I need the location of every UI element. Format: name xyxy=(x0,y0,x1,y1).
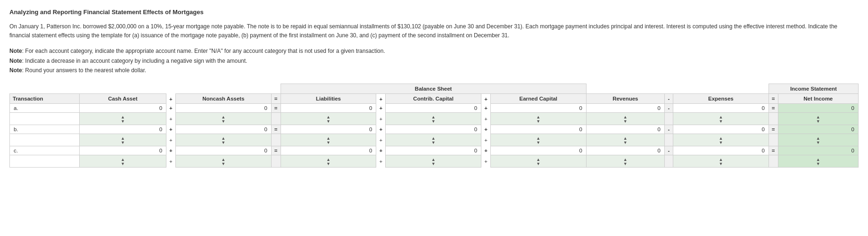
earned-capital-value[interactable]: 0 xyxy=(490,125,586,134)
revenues-value[interactable]: 0 xyxy=(586,146,664,155)
liabilities-spinner[interactable]: ▲ ▼ xyxy=(326,158,331,166)
cash-asset-value[interactable]: 0 xyxy=(79,125,166,134)
liabilities-spinner-cell[interactable]: ▲ ▼ xyxy=(281,113,376,125)
cash-asset-spinner-cell[interactable]: ▲ ▼ xyxy=(79,155,166,168)
contrib-capital-value[interactable]: 0 xyxy=(386,104,481,113)
contrib-capital-value[interactable]: 0 xyxy=(386,146,481,155)
expenses-spinner[interactable]: ▲ ▼ xyxy=(719,115,723,124)
table-row: ▲ ▼ + ▲ ▼ ▲ ▼ + ▲ ▼ + ▲ ▼ ▲ ▼ ▲ ▼ ▲ xyxy=(10,113,859,125)
noncash-assets-spinner-cell[interactable]: ▲ ▼ xyxy=(175,155,271,168)
plus2-op: + xyxy=(376,125,386,134)
contrib-capital-spinner[interactable]: ▲ ▼ xyxy=(431,136,436,145)
earned-capital-spinner-cell[interactable]: ▲ ▼ xyxy=(490,155,586,168)
liabilities-value[interactable]: 0 xyxy=(281,125,376,134)
earned-capital-spinner[interactable]: ▲ ▼ xyxy=(536,136,540,145)
contrib-capital-spinner[interactable]: ▲ ▼ xyxy=(431,115,436,124)
revenues-value[interactable]: 0 xyxy=(586,104,664,113)
revenues-spinner-cell[interactable]: ▲ ▼ xyxy=(586,134,664,146)
plus1-op: + xyxy=(166,146,176,155)
earned-capital-spinner[interactable]: ▲ ▼ xyxy=(536,158,540,166)
eq2-cell xyxy=(769,113,778,125)
col-transaction: Transaction xyxy=(10,94,80,104)
expenses-spinner-cell[interactable]: ▲ ▼ xyxy=(673,134,769,146)
noncash-assets-value[interactable]: 0 xyxy=(175,146,271,155)
contrib-capital-spinner-cell[interactable]: ▲ ▼ xyxy=(386,134,481,146)
expenses-spinner-cell[interactable]: ▲ ▼ xyxy=(673,155,769,168)
net-income-value[interactable]: 0 xyxy=(778,146,858,155)
revenues-spinner-cell[interactable]: ▲ ▼ xyxy=(586,155,664,168)
cash-asset-spinner[interactable]: ▲ ▼ xyxy=(121,136,125,145)
liabilities-value[interactable]: 0 xyxy=(281,146,376,155)
page-title: Analyzing and Reporting Financial Statem… xyxy=(9,8,859,16)
noncash-assets-value[interactable]: 0 xyxy=(175,104,271,113)
eq2-cell xyxy=(769,134,778,146)
income-statement-header: Income Statement xyxy=(769,84,858,94)
net-income-spinner-cell[interactable]: ▲ ▼ xyxy=(778,113,858,125)
net-income-spinner-cell[interactable]: ▲ ▼ xyxy=(778,155,858,168)
operator-cell: + xyxy=(376,155,386,168)
contrib-capital-spinner-cell[interactable]: ▲ ▼ xyxy=(386,155,481,168)
row-label-cell xyxy=(10,113,80,125)
transaction-label[interactable]: b. xyxy=(10,125,80,134)
earned-capital-value[interactable]: 0 xyxy=(490,146,586,155)
expenses-value[interactable]: 0 xyxy=(673,104,769,113)
cash-asset-value[interactable]: 0 xyxy=(79,104,166,113)
liabilities-spinner-cell[interactable]: ▲ ▼ xyxy=(281,134,376,146)
contrib-capital-spinner-cell[interactable]: ▲ ▼ xyxy=(386,113,481,125)
row-label-cell xyxy=(10,155,80,168)
net-income-spinner-cell[interactable]: ▲ ▼ xyxy=(778,134,858,146)
contrib-capital-value[interactable]: 0 xyxy=(386,125,481,134)
noncash-assets-value[interactable]: 0 xyxy=(175,125,271,134)
net-income-value[interactable]: 0 xyxy=(778,104,858,113)
liabilities-spinner[interactable]: ▲ ▼ xyxy=(326,136,331,145)
cash-asset-spinner[interactable]: ▲ ▼ xyxy=(121,158,125,166)
cash-asset-spinner-cell[interactable]: ▲ ▼ xyxy=(79,134,166,146)
noncash-assets-spinner-cell[interactable]: ▲ ▼ xyxy=(175,134,271,146)
earned-capital-spinner-cell[interactable]: ▲ ▼ xyxy=(490,134,586,146)
cash-asset-spinner[interactable]: ▲ ▼ xyxy=(121,115,125,124)
revenues-spinner[interactable]: ▲ ▼ xyxy=(623,115,628,124)
liabilities-value[interactable]: 0 xyxy=(281,104,376,113)
table-row: b.0+0=0+0+00-0=0 xyxy=(10,125,859,134)
liabilities-spinner[interactable]: ▲ ▼ xyxy=(326,115,331,124)
cash-asset-spinner-cell[interactable]: ▲ ▼ xyxy=(79,113,166,125)
col-contrib-capital: Contrib. Capital xyxy=(386,94,481,104)
earned-capital-spinner-cell[interactable]: ▲ ▼ xyxy=(490,113,586,125)
col-plus2: + xyxy=(376,94,386,104)
revenues-spinner-cell[interactable]: ▲ ▼ xyxy=(586,113,664,125)
net-income-spinner[interactable]: ▲ ▼ xyxy=(816,115,820,124)
eq1-cell xyxy=(271,134,281,146)
plus2-op: + xyxy=(376,104,386,113)
noncash-assets-spinner[interactable]: ▲ ▼ xyxy=(221,136,225,145)
eq1-cell xyxy=(271,113,281,125)
liabilities-spinner-cell[interactable]: ▲ ▼ xyxy=(281,155,376,168)
financial-effects-table: Balance Sheet Income Statement Transacti… xyxy=(9,84,859,168)
operator-cell: + xyxy=(481,113,491,125)
minus-op: - xyxy=(664,146,673,155)
cash-asset-value[interactable]: 0 xyxy=(79,146,166,155)
net-income-spinner[interactable]: ▲ ▼ xyxy=(816,136,820,145)
plus1-op: + xyxy=(166,104,176,113)
noncash-assets-spinner[interactable]: ▲ ▼ xyxy=(221,115,225,124)
transaction-label[interactable]: a. xyxy=(10,104,80,113)
revenues-value[interactable]: 0 xyxy=(586,125,664,134)
revenues-spinner[interactable]: ▲ ▼ xyxy=(623,136,628,145)
operator-cell: + xyxy=(376,113,386,125)
expenses-spinner[interactable]: ▲ ▼ xyxy=(719,136,723,145)
transaction-label[interactable]: c. xyxy=(10,146,80,155)
expenses-value[interactable]: 0 xyxy=(673,125,769,134)
col-minus: - xyxy=(664,94,673,104)
earned-capital-spinner[interactable]: ▲ ▼ xyxy=(536,115,540,124)
expenses-value[interactable]: 0 xyxy=(673,146,769,155)
expenses-spinner[interactable]: ▲ ▼ xyxy=(719,158,723,166)
revenues-spinner[interactable]: ▲ ▼ xyxy=(623,158,628,166)
contrib-capital-spinner[interactable]: ▲ ▼ xyxy=(431,158,436,166)
noncash-assets-spinner-cell[interactable]: ▲ ▼ xyxy=(175,113,271,125)
expenses-spinner-cell[interactable]: ▲ ▼ xyxy=(673,113,769,125)
eq1-op: = xyxy=(271,146,281,155)
net-income-spinner[interactable]: ▲ ▼ xyxy=(816,158,820,166)
net-income-value[interactable]: 0 xyxy=(778,125,858,134)
operator-cell: + xyxy=(166,155,176,168)
noncash-assets-spinner[interactable]: ▲ ▼ xyxy=(221,158,225,166)
earned-capital-value[interactable]: 0 xyxy=(490,104,586,113)
